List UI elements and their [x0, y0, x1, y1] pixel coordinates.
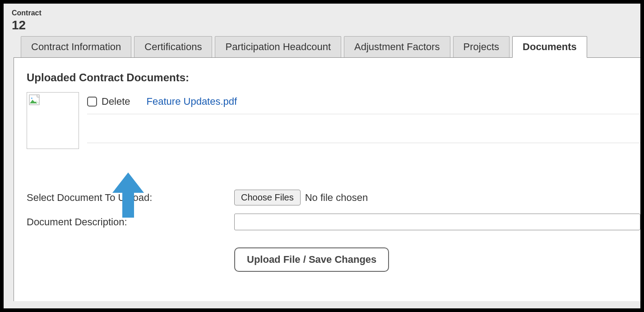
delete-label: Delete — [102, 96, 130, 107]
documents-heading: Uploaded Contract Documents: — [27, 71, 640, 84]
file-chosen-status: No file chosen — [305, 192, 368, 204]
document-row: Delete Feature Updates.pdf — [87, 92, 640, 114]
document-row-empty — [87, 114, 640, 143]
documents-list: Delete Feature Updates.pdf — [27, 92, 640, 149]
choose-files-button[interactable]: Choose Files — [234, 190, 301, 205]
tab-adjustment-factors[interactable]: Adjustment Factors — [344, 36, 450, 58]
tab-contract-information[interactable]: Contract Information — [21, 36, 131, 58]
tab-participation-headcount[interactable]: Participation Headcount — [215, 36, 341, 58]
upload-form: Select Document To Upload: Choose Files … — [27, 190, 640, 272]
document-rows: Delete Feature Updates.pdf — [87, 92, 640, 143]
document-link[interactable]: Feature Updates.pdf — [147, 96, 237, 107]
page-label: Contract — [12, 9, 640, 17]
document-description-label: Document Description: — [27, 216, 234, 228]
app-frame: Contract 12 Contract Information Certifi… — [0, 0, 644, 312]
tab-bar: Contract Information Certifications Part… — [12, 36, 640, 58]
upload-save-button[interactable]: Upload File / Save Changes — [234, 247, 389, 272]
delete-checkbox[interactable] — [87, 97, 97, 107]
select-document-label: Select Document To Upload: — [27, 192, 234, 204]
file-input-group: Choose Files No file chosen — [234, 190, 640, 205]
tab-certifications[interactable]: Certifications — [134, 36, 212, 58]
tab-panel-documents: Uploaded Contract Documents: — [14, 57, 640, 301]
tab-documents[interactable]: Documents — [512, 36, 587, 58]
broken-image-icon — [29, 99, 40, 107]
contract-number: 12 — [12, 18, 640, 33]
tab-projects[interactable]: Projects — [453, 36, 510, 58]
document-description-field-wrap — [234, 214, 640, 230]
upload-button-row: Upload File / Save Changes — [234, 247, 640, 272]
document-description-input[interactable] — [234, 214, 640, 230]
document-thumbnail[interactable] — [27, 92, 79, 149]
